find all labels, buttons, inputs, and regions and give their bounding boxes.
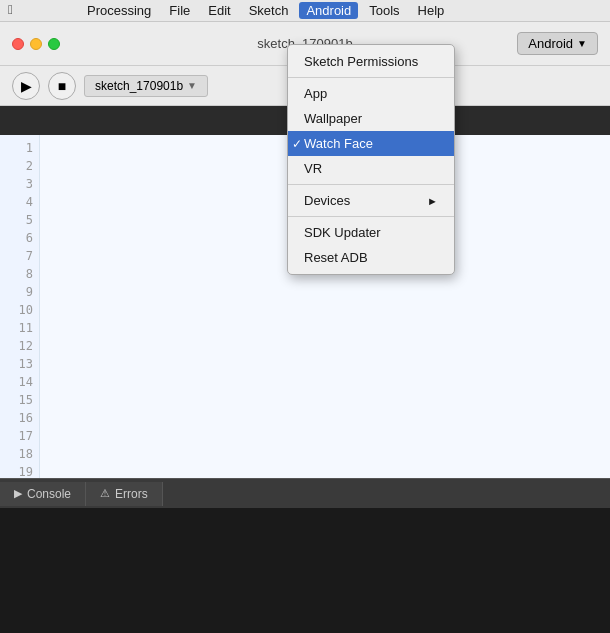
menu-file[interactable]: File xyxy=(162,2,197,19)
menu-devices[interactable]: Devices ► xyxy=(288,188,454,213)
menu-android[interactable]: Android xyxy=(299,2,358,19)
sdk-updater-label: SDK Updater xyxy=(304,225,381,240)
menu-processing[interactable]: Processing xyxy=(80,2,158,19)
reset-adb-label: Reset ADB xyxy=(304,250,368,265)
menu-edit[interactable]: Edit xyxy=(201,2,237,19)
menu-tools[interactable]: Tools xyxy=(362,2,406,19)
menu-app[interactable]: App xyxy=(288,81,454,106)
app-window: sketch_170901b Android ▼ ▶ ■ sketch_1709… xyxy=(0,22,610,633)
menu-help[interactable]: Help xyxy=(411,2,452,19)
menu-vr[interactable]: VR xyxy=(288,156,454,181)
vr-label: VR xyxy=(304,161,322,176)
menu-watch-face[interactable]: Watch Face xyxy=(288,131,454,156)
devices-label: Devices xyxy=(304,193,350,208)
submenu-arrow-icon: ► xyxy=(427,195,438,207)
app-label: App xyxy=(304,86,327,101)
separator-2 xyxy=(288,184,454,185)
wallpaper-label: Wallpaper xyxy=(304,111,362,126)
menu-reset-adb[interactable]: Reset ADB xyxy=(288,245,454,270)
menu-wallpaper[interactable]: Wallpaper xyxy=(288,106,454,131)
watch-face-label: Watch Face xyxy=(304,136,373,151)
sketch-permissions-label: Sketch Permissions xyxy=(304,54,418,69)
apple-menu[interactable]:  xyxy=(8,2,13,17)
android-dropdown-menu: Sketch Permissions App Wallpaper Watch F… xyxy=(287,44,455,275)
separator-3 xyxy=(288,216,454,217)
menu-sketch-permissions[interactable]: Sketch Permissions xyxy=(288,49,454,74)
menubar:  Processing File Edit Sketch Android To… xyxy=(0,0,610,22)
menu-sdk-updater[interactable]: SDK Updater xyxy=(288,220,454,245)
dropdown-overlay: Sketch Permissions App Wallpaper Watch F… xyxy=(0,44,610,633)
separator-1 xyxy=(288,77,454,78)
menu-sketch[interactable]: Sketch xyxy=(242,2,296,19)
